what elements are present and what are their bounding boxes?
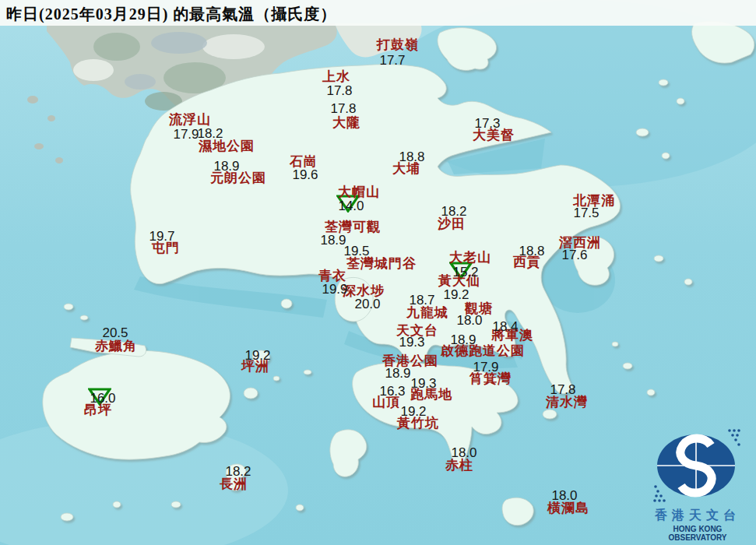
station-name-label: 九龍城: [406, 306, 448, 319]
station-name-label: 沙田: [438, 217, 466, 230]
station-value-label: 17.8: [550, 383, 575, 396]
station-value-label: 18.0: [456, 314, 482, 327]
station-value-label: 18.2: [441, 205, 466, 218]
hko-logo: 香港天文台 HONG KONG OBSERVATORY: [647, 427, 748, 542]
station-value-label: 19.3: [410, 377, 436, 390]
station-name-label: 上水: [322, 70, 350, 83]
station-name-label: 石崗: [290, 155, 318, 168]
station-value-label: 18.9: [450, 333, 476, 346]
station-value-label: 19.5: [343, 244, 369, 258]
station-name-label: 深水埗: [343, 284, 385, 297]
station-value-label: 17.9: [473, 360, 498, 374]
hko-logo-icon: [652, 427, 744, 504]
station-value-label: 17.8: [330, 102, 356, 115]
station-value-label: 19.2: [400, 405, 426, 418]
station-value-label: 18.7: [409, 294, 434, 307]
station-value-label: 15.2: [452, 265, 478, 279]
station-name-label: 流浮山: [169, 113, 211, 126]
hko-logo-chinese-text: 香港天文台: [647, 508, 748, 524]
station-name-label: 大帽山: [338, 185, 380, 199]
station-value-label: 18.0: [451, 446, 476, 459]
map-area: 打鼓嶺17.7上水17.8大隴17.8流浮山17.9濕地公園18.2大美督17.…: [0, 0, 756, 545]
station-value-label: 18.9: [385, 367, 410, 380]
station-value-label: 19.2: [443, 288, 469, 301]
station-value-label: 18.9: [213, 160, 239, 173]
station-value-label: 19.3: [399, 336, 424, 349]
station-value-label: 20.5: [102, 326, 128, 339]
station-value-label: 18.8: [399, 150, 424, 164]
station-name-label: 赤鱲角: [95, 339, 137, 353]
station-name-label: 長洲: [220, 477, 248, 490]
station-name-label: 大隴: [332, 116, 360, 129]
station-name-label: 大老山: [449, 251, 491, 264]
station-value-label: 17.6: [561, 248, 587, 262]
station-value-label: 18.4: [492, 320, 518, 333]
station-name-label: 橫瀾島: [547, 501, 589, 515]
station-value-label: 18.8: [519, 244, 544, 258]
station-name-label: 清水灣: [546, 396, 588, 409]
station-value-label: 18.2: [225, 465, 251, 478]
station-value-label: 19.2: [244, 349, 270, 362]
page-title: 昨日(2025年03月29日) 的最高氣溫（攝氏度）: [6, 4, 336, 25]
hko-logo-english-text: HONG KONG OBSERVATORY: [647, 525, 748, 542]
station-name-label: 荃灣城門谷: [346, 257, 417, 270]
station-name-label: 赤柱: [445, 459, 473, 472]
station-name-label: 打鼓嶺: [377, 38, 419, 51]
station-value-label: 17.3: [474, 117, 500, 130]
station-value-label: 17.5: [573, 206, 599, 220]
station-value-label: 20.0: [354, 297, 380, 311]
station-value-label: 17.8: [326, 84, 352, 97]
station-value-label: 18.9: [320, 234, 346, 247]
station-value-label: 19.6: [292, 168, 318, 181]
station-value-label: 14.0: [338, 199, 364, 213]
station-value-label: 18.2: [197, 127, 223, 140]
station-name-label: 青衣: [318, 269, 346, 283]
station-value-label: 17.9: [173, 128, 199, 141]
station-name-label: 濕地公園: [199, 139, 255, 153]
station-value-label: 18.0: [551, 489, 577, 502]
weather-map-page: 昨日(2025年03月29日) 的最高氣溫（攝氏度） 打鼓嶺17.7上水17.8…: [0, 0, 756, 545]
station-value-label: 19.7: [149, 230, 174, 243]
station-name-label: 荃灣可觀: [325, 220, 381, 234]
station-value-label: 16.3: [379, 385, 405, 398]
station-value-label: 19.9: [322, 283, 347, 296]
station-value-label: 16.0: [90, 392, 115, 405]
station-value-label: 17.7: [379, 54, 405, 67]
